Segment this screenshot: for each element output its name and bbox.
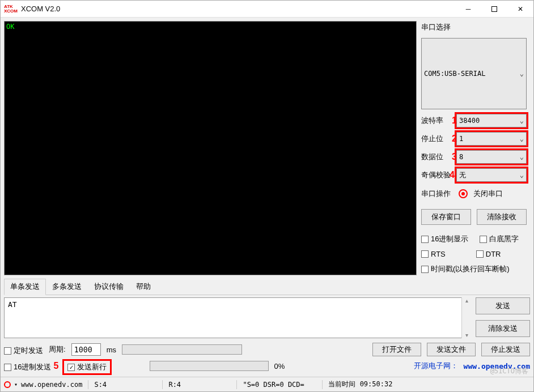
parity-select[interactable]: 无	[456, 168, 527, 182]
link-prefix: 开源电子网：	[414, 361, 458, 371]
tab-help[interactable]: 帮助	[130, 279, 157, 295]
stop-select[interactable]: 1	[456, 132, 527, 146]
period-input[interactable]	[71, 343, 101, 356]
annotation-2: 2	[452, 134, 457, 144]
status-recv: R:4	[168, 381, 231, 389]
baud-label: 波特率	[421, 116, 453, 126]
ms-label: ms	[107, 346, 116, 354]
terminal-output: OK	[4, 21, 417, 275]
clear-send-button[interactable]: 清除发送	[476, 320, 530, 337]
dtr-checkbox[interactable]	[476, 250, 484, 258]
titlebar: ATKXCOM XCOM V2.0 ─ ✕	[1, 1, 533, 18]
save-window-button[interactable]: 保存窗口	[421, 209, 471, 225]
annotation-5: 5	[53, 361, 58, 371]
progress-bar	[150, 361, 268, 371]
port-select-label: 串口选择	[421, 22, 527, 32]
timed-send-checkbox[interactable]	[4, 347, 11, 355]
whitebg-checkbox[interactable]	[480, 236, 487, 243]
stop-send-button[interactable]: 停止发送	[481, 343, 530, 356]
svg-rect-0	[492, 6, 497, 11]
hex-display-checkbox[interactable]	[421, 236, 429, 243]
annotation-1: 1	[452, 116, 457, 126]
data-label: 数据位	[421, 152, 453, 162]
app-logo-icon: ATKXCOM	[4, 2, 18, 16]
status-ctl: "S=0 DSR=0 DCD=	[243, 381, 316, 389]
port-select[interactable]: COM5:USB-SERIAL	[421, 38, 527, 109]
parity-label: 奇偶校验	[421, 170, 453, 180]
data-select[interactable]: 8	[456, 150, 527, 164]
window-title: XCOM V2.0	[21, 5, 60, 13]
status-dropdown-icon[interactable]: ▾	[14, 381, 18, 387]
annotation-3: 3	[452, 152, 457, 162]
send-file-button[interactable]: 发送文件	[427, 343, 476, 356]
progress-percent: 0%	[274, 362, 285, 370]
minimize-button[interactable]: ─	[455, 1, 481, 18]
baud-select[interactable]: 38400	[456, 114, 527, 127]
record-icon	[459, 189, 468, 198]
tab-protocol[interactable]: 协议传输	[88, 279, 130, 295]
close-port-button[interactable]: 关闭串口	[473, 189, 503, 199]
scroll-up-icon[interactable]: ▴	[465, 297, 468, 304]
scroll-down-icon[interactable]: ▾	[465, 332, 468, 338]
send-button[interactable]: 发送	[476, 297, 530, 314]
close-button[interactable]: ✕	[507, 1, 533, 18]
send-input[interactable]: AT	[4, 297, 471, 338]
scrollbar[interactable]: ▴▾	[461, 297, 471, 338]
open-file-button[interactable]: 打开文件	[372, 343, 421, 356]
stop-label: 停止位	[421, 134, 453, 144]
send-tabs: 单条发送 多条发送 协议传输 帮助	[4, 279, 530, 295]
serial-settings-panel: 串口选择 COM5:USB-SERIAL 波特率 1 38400 停止位 2 1…	[417, 18, 533, 279]
status-sent: S:4	[94, 381, 156, 389]
period-label: 周期:	[49, 344, 66, 355]
annotation-4: 4	[450, 170, 455, 180]
statusbar: ▾ www.openedv.com S:4 R:4 "S=0 DSR=0 DCD…	[1, 377, 533, 391]
rts-checkbox[interactable]	[421, 250, 429, 258]
clear-recv-button[interactable]: 清除接收	[477, 209, 527, 225]
file-path-box[interactable]	[122, 344, 242, 355]
hex-send-checkbox[interactable]	[4, 364, 11, 371]
status-disc-icon	[4, 381, 11, 388]
watermark: @51CTO博客	[490, 367, 528, 376]
timestamp-checkbox[interactable]	[421, 266, 429, 273]
send-newline-checkbox[interactable]: ✓	[67, 364, 75, 371]
port-op-label: 串口操作	[421, 189, 453, 199]
tab-single-send[interactable]: 单条发送	[4, 279, 46, 295]
terminal-text: OK	[6, 23, 14, 31]
status-time: 当前时间 09:50:32	[328, 380, 392, 389]
status-url[interactable]: www.openedv.com	[21, 381, 82, 389]
maximize-button[interactable]	[481, 1, 507, 18]
tab-multi-send[interactable]: 多条发送	[46, 279, 88, 295]
